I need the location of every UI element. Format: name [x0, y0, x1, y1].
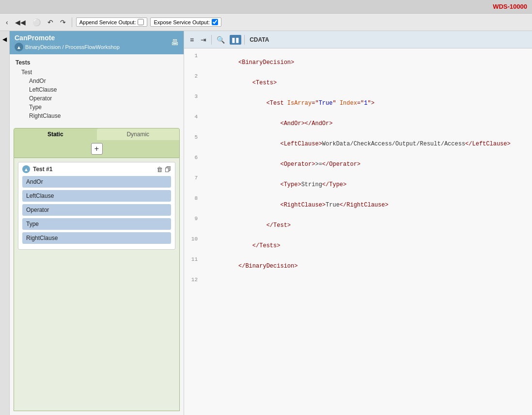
right-panel: ≡ ⇥ 🔍 ▮▮ CDATA 1 <BinaryDecision> 2 <Tes…	[184, 31, 532, 415]
dynamic-tab[interactable]: Dynamic	[97, 128, 180, 140]
line-num-4: 4	[184, 113, 203, 120]
line-num-10: 10	[184, 236, 203, 242]
field-operator[interactable]: Operator	[22, 204, 171, 216]
code-line-9: 9 </Test>	[184, 215, 532, 236]
test-card: ▲ Test #1 🗑 🗍 AndOr LeftClause Operator …	[18, 162, 175, 250]
tree-item-rightclause[interactable]: RightClause	[16, 112, 178, 120]
field-andor[interactable]: AndOr	[22, 176, 171, 188]
tree-section: Tests Test AndOr LeftClause Operator Typ…	[10, 54, 184, 125]
line-content-11: </BinaryDecision>	[203, 256, 532, 276]
add-test-button[interactable]: +	[91, 143, 103, 155]
back-nav-button[interactable]: ‹	[4, 17, 10, 27]
line-num-7: 7	[184, 175, 203, 181]
code-line-10: 10 </Tests>	[184, 236, 532, 256]
code-line-12: 12	[184, 276, 532, 285]
code-line-1: 1 <BinaryDecision>	[184, 52, 532, 73]
tree-item-test[interactable]: Test	[16, 68, 178, 77]
up-arrow-icon: ▲	[16, 45, 21, 50]
skip-back-button[interactable]: ◀◀	[13, 17, 28, 27]
line-content-4: <AndOr></AndOr>	[203, 113, 532, 134]
line-num-9: 9	[184, 215, 203, 222]
line-content-9: </Test>	[203, 215, 532, 236]
tree-item-operator[interactable]: Operator	[16, 94, 178, 103]
code-line-7: 7 <Type>String</Type>	[184, 175, 532, 195]
stop-button[interactable]: ⚪	[31, 17, 43, 27]
append-service-checkbox[interactable]	[138, 19, 144, 25]
search-icon[interactable]: 🔍	[215, 35, 227, 45]
code-line-4: 4 <AndOr></AndOr>	[184, 113, 532, 134]
tabs-header: Static Dynamic	[14, 128, 179, 140]
line-num-1: 1	[184, 52, 203, 59]
top-bar: WDS-10000	[0, 0, 532, 14]
line-content-8: <RightClause>True</RightClause>	[203, 195, 532, 215]
breadcrumb-icon: ▲	[15, 43, 23, 51]
app-title: WDS-10000	[493, 3, 527, 10]
expose-service-group: Expose Service Output:	[150, 17, 221, 27]
line-num-11: 11	[184, 256, 203, 262]
cdata-label: CDATA	[250, 36, 269, 43]
static-dynamic-tabs: Static Dynamic +	[14, 128, 180, 158]
line-content-6: <Operator>>=</Operator>	[203, 154, 532, 175]
expose-service-checkbox[interactable]	[212, 19, 218, 25]
code-area[interactable]: 1 <BinaryDecision> 2 <Tests> 3 <Test IsA…	[184, 48, 532, 415]
panel-title: CanPromote	[15, 34, 120, 42]
editor-toolbar: ≡ ⇥ 🔍 ▮▮ CDATA	[184, 31, 532, 48]
line-content-2: <Tests>	[203, 73, 532, 93]
title-row: ▲ Test #1	[22, 165, 52, 173]
tree-item-andor[interactable]: AndOr	[16, 77, 178, 85]
tree-item-type[interactable]: Type	[16, 103, 178, 112]
line-num-5: 5	[184, 134, 203, 140]
line-content-1: <BinaryDecision>	[203, 52, 532, 73]
test-card-title: Test #1	[33, 166, 52, 173]
field-rightclause[interactable]: RightClause	[22, 232, 171, 244]
copy-test-button[interactable]: 🗍	[165, 166, 171, 173]
editor-sep2	[244, 35, 245, 45]
undo-button[interactable]: ↶	[46, 17, 55, 27]
editor-sep1	[211, 35, 212, 45]
print-icon[interactable]: 🖶	[171, 38, 179, 47]
line-num-3: 3	[184, 93, 203, 99]
line-num-6: 6	[184, 154, 203, 160]
code-view-icon[interactable]: ▮▮	[230, 35, 241, 45]
line-content-3: <Test IsArray="True" Index="1">	[203, 93, 532, 113]
append-service-group: Append Service Output:	[76, 17, 148, 27]
field-type[interactable]: Type	[22, 218, 171, 230]
tests-list: ▲ Test #1 🗑 🗍 AndOr LeftClause Operator …	[14, 158, 180, 411]
code-line-2: 2 <Tests>	[184, 73, 532, 93]
code-line-3: 3 <Test IsArray="True" Index="1">	[184, 93, 532, 113]
code-line-11: 11 </BinaryDecision>	[184, 256, 532, 276]
code-line-5: 5 <LeftClause>WorkData/CheckAccess/Outpu…	[184, 134, 532, 154]
redo-button[interactable]: ↷	[58, 17, 68, 27]
code-line-8: 8 <RightClause>True</RightClause>	[184, 195, 532, 215]
main-layout: ◀ CanPromote ▲ BinaryDecision / ProcessF…	[0, 31, 532, 415]
align-left-icon[interactable]: ≡	[188, 35, 196, 45]
left-arrow-icon: ◀	[2, 36, 7, 43]
left-panel-header: CanPromote ▲ BinaryDecision / ProcessFlo…	[10, 31, 184, 54]
line-content-12	[203, 276, 532, 283]
toolbar: ‹ ◀◀ ⚪ ↶ ↷ Append Service Output: Expose…	[0, 14, 532, 31]
line-num-12: 12	[184, 276, 203, 283]
header-left: CanPromote ▲ BinaryDecision / ProcessFlo…	[15, 34, 120, 51]
sep1	[72, 17, 72, 27]
test-collapse-icon[interactable]: ▲	[22, 165, 30, 173]
breadcrumb-text: BinaryDecision / ProcessFlowWorkshop	[25, 44, 120, 50]
static-tab[interactable]: Static	[14, 128, 97, 140]
tabs-body: +	[14, 140, 179, 158]
expose-service-label: Expose Service Output:	[154, 19, 210, 25]
field-leftclause[interactable]: LeftClause	[22, 190, 171, 202]
left-panel: CanPromote ▲ BinaryDecision / ProcessFlo…	[10, 31, 184, 415]
breadcrumb-row: ▲ BinaryDecision / ProcessFlowWorkshop	[15, 43, 120, 51]
line-content-7: <Type>String</Type>	[203, 175, 532, 195]
tree-item-leftclause[interactable]: LeftClause	[16, 85, 178, 94]
append-service-label: Append Service Output:	[79, 19, 136, 25]
left-collapse-arrow[interactable]: ◀	[0, 31, 10, 415]
tree-section-label: Tests	[16, 59, 178, 66]
line-content-10: </Tests>	[203, 236, 532, 256]
delete-test-button[interactable]: 🗑	[156, 166, 163, 173]
test-card-header: ▲ Test #1 🗑 🗍	[22, 165, 171, 173]
line-num-8: 8	[184, 195, 203, 201]
code-line-6: 6 <Operator>>=</Operator>	[184, 154, 532, 175]
line-content-5: <LeftClause>WorkData/CheckAccess/Output/…	[203, 134, 532, 154]
test-card-actions: 🗑 🗍	[156, 166, 171, 173]
indent-icon[interactable]: ⇥	[199, 35, 208, 45]
